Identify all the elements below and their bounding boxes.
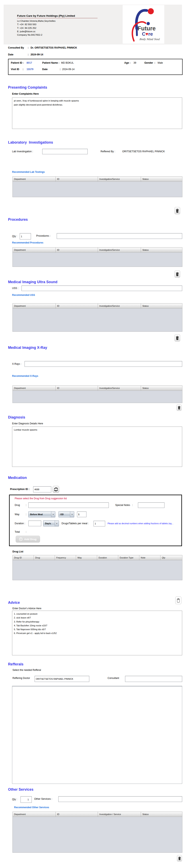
company-phone-1: T: +24 82 593 593 [17, 23, 104, 26]
other-qty-input[interactable] [21, 796, 32, 803]
patient-info-box: Patient ID : 8017 Patient Name : MD BOKU… [8, 59, 183, 75]
trash-icon [178, 406, 181, 410]
xray-label: X-Rays : [12, 363, 21, 365]
special-notes-input[interactable] [138, 502, 164, 508]
company-title: Future Care by Future Holdings (Pty) Lim… [17, 14, 98, 18]
recommended-procedures-link[interactable]: Recommended Procedures [12, 241, 43, 244]
lab-trash-button[interactable] [175, 207, 180, 214]
company-address: Le Chainter,Victoria,Mahe,Seychelles [17, 19, 104, 23]
add-drug-label: Add Drug [24, 538, 37, 541]
duration-label: Duration : [15, 522, 25, 525]
consultant-label: Consultant [108, 677, 119, 680]
drug-warning-text: Please select the Drug from Drug suggess… [15, 497, 67, 500]
xray-table: Department ID Investigation/Service Stat… [12, 385, 182, 403]
laboratory-title: Laboratory Investigations [8, 141, 53, 145]
referrals-list-box[interactable] [12, 686, 182, 784]
proc-col-status: Status [141, 248, 182, 252]
prescription-report-page: Future Care by Future Holdings (Pty) Lim… [0, 0, 187, 868]
consultant-input[interactable] [125, 676, 182, 682]
chevron-down-icon: ▼ [51, 512, 55, 517]
svg-text:Future: Future [138, 25, 156, 32]
procedures-qty-input[interactable] [20, 233, 31, 240]
complaints-textarea[interactable]: pt seen, Xray of lumbosacral spine in ke… [12, 97, 182, 129]
referred-by-label: Reffered By : [101, 150, 115, 153]
age-label: Age : [124, 61, 130, 64]
advice-textarea[interactable]: 1. counseled on posture 2. sick leave x4… [12, 611, 182, 655]
xray-trash-button[interactable] [177, 404, 182, 411]
header-band: Future Care by Future Holdings (Pty) Lim… [4, 5, 182, 44]
proc-col-department: Department [13, 248, 56, 252]
way-colon: : [26, 513, 26, 516]
other-services-input-label: Other Services : [34, 798, 52, 800]
age-value: 39 [134, 61, 136, 64]
recommended-lab-testings-link[interactable]: Recommended Lab Testings [12, 170, 45, 174]
diagnosis-label: Enter Diagnosis Details Here [12, 422, 43, 425]
company-number: Company No.8417652-2 [17, 33, 104, 37]
uss-label: USS : [12, 287, 18, 289]
per-meal-input[interactable] [94, 521, 105, 526]
company-info: Future Care by Future Holdings (Pty) Lim… [17, 14, 104, 37]
trash-icon [176, 336, 179, 340]
trash-icon [176, 272, 179, 276]
procedures-input[interactable] [57, 233, 182, 239]
uss-col-status: Status [141, 304, 182, 309]
drug-list-table: Drug ID Drug Fequency Way Duration Durat… [12, 555, 182, 580]
other-services-table-body [13, 817, 182, 853]
fraction-hint-text: Please add as decimal numbers when addin… [108, 522, 182, 525]
lab-col-status: Status [141, 177, 182, 182]
visit-date-value: 2024-09-14 [62, 68, 74, 71]
uss-table: Department ID Investigation/Service Stat… [12, 303, 182, 332]
advice-trash-button[interactable] [175, 596, 181, 604]
refresh-prescription-button[interactable] [53, 486, 59, 493]
frequency-select-value: OD [60, 513, 70, 516]
visit-date-label: Date [42, 68, 48, 71]
visit-date-colon: : [60, 68, 61, 71]
other-services-input[interactable] [58, 796, 182, 802]
consulted-by-label: Consulted By [8, 46, 24, 49]
presenting-complaints-title: Presenting Complaints [8, 85, 47, 90]
other-services-trash-button[interactable] [177, 855, 182, 862]
patient-id-label: Patient ID : [11, 61, 24, 64]
visit-id-value: 15579 [27, 68, 33, 71]
diagnosis-title: Diagnosis [8, 415, 25, 420]
xray-input[interactable] [25, 361, 182, 367]
trash-outline-icon [177, 598, 180, 603]
recommended-xray-link[interactable]: Recommended X-Rays [12, 375, 38, 377]
uss-input[interactable] [22, 286, 182, 291]
referring-doctor-input[interactable] [35, 676, 89, 682]
visit-id-label: Visit ID : [11, 68, 24, 71]
procedures-trash-button[interactable] [175, 271, 180, 278]
uss-title: Medical Imaging Ultra Sound [8, 280, 58, 284]
duration-type-select[interactable]: Day/s ▼ [43, 520, 59, 526]
way-qty-input[interactable] [77, 512, 86, 517]
consulted-by-colon: : [28, 46, 29, 49]
special-notes-label: Special Notes : [115, 504, 133, 506]
duration-input[interactable] [28, 521, 41, 526]
lab-col-id: ID [56, 177, 98, 182]
drug-input[interactable] [28, 502, 109, 508]
lab-investigation-input[interactable] [42, 149, 88, 154]
advice-title: Advice [8, 600, 20, 605]
other-services-title: Other Services [8, 787, 33, 792]
uss-trash-button[interactable] [175, 334, 180, 342]
uss-col-department: Department [13, 304, 56, 309]
meal-select[interactable]: Before Meal ▼ [28, 512, 55, 517]
way-label: Way [15, 513, 20, 516]
recommended-other-services-link[interactable]: Recommended Other Services [14, 806, 49, 809]
xray-table-body [13, 391, 182, 403]
drug-col-qty: Qty [160, 555, 182, 560]
gender-value: Male [158, 61, 163, 64]
procedures-qty-label: Qty : [12, 235, 17, 238]
diagnosis-textarea[interactable]: Lumbar muscle spasms [12, 427, 182, 467]
frequency-select[interactable]: OD ▼ [59, 512, 74, 517]
consult-date-colon: : [28, 53, 29, 56]
chevron-down-icon: ▼ [70, 512, 74, 517]
other-qty-label: Qty : [12, 798, 17, 801]
prescription-id-input[interactable] [33, 486, 51, 492]
procedures-title: Procedures [8, 217, 28, 222]
add-drug-button[interactable]: + Add Drug [16, 536, 40, 542]
patient-name-value: MD BOKUL [61, 61, 74, 64]
recommended-uss-link[interactable]: Recommended USS [12, 293, 35, 297]
company-logo: Future C♥re Body Mind Soul [123, 5, 164, 44]
svg-text:C♥re: C♥re [142, 31, 153, 37]
